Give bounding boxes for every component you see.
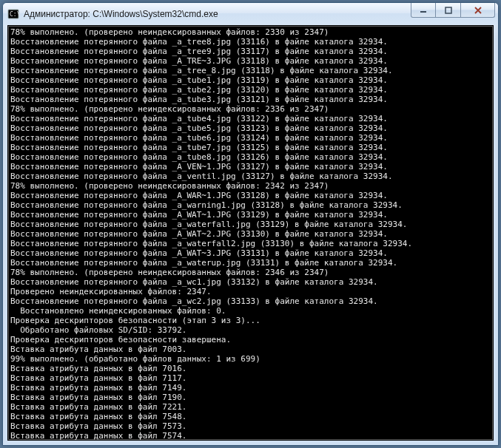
console-line: Восстановление потерянного файла _a_tube… xyxy=(10,133,491,143)
console-line: Восстановление потерянного файла _a_wate… xyxy=(10,239,491,248)
maximize-button[interactable] xyxy=(436,3,461,18)
console-line: Восстановление потерянного файла _a_warn… xyxy=(10,200,491,210)
svg-rect-2 xyxy=(420,11,426,13)
console-line: Вставка атрибута данных в файл 7190. xyxy=(10,393,491,402)
console-line: 78% выполнено. (проверено неиндексирован… xyxy=(10,104,491,114)
console-line: Проверено неиндексированных файлов: 2347… xyxy=(10,287,491,296)
cmd-window: C:\ Администратор: C:\Windows\System32\c… xyxy=(2,2,499,446)
svg-text:C:\: C:\ xyxy=(10,11,19,18)
console-line: Вставка атрибута данных в файл 7573. xyxy=(10,421,491,431)
console-line: Обработано файловых SD/SID: 33792. xyxy=(10,325,491,335)
console-line: Восстановление потерянного файла _a_tube… xyxy=(10,152,491,162)
console-line: Восстановление потерянного файла _a_wate… xyxy=(10,258,491,268)
titlebar[interactable]: C:\ Администратор: C:\Windows\System32\c… xyxy=(3,3,498,25)
console-line: Восстановление потерянного файла _a_tube… xyxy=(10,143,491,152)
svg-rect-3 xyxy=(445,7,451,13)
console-line: 99% выполнено. (обработано файлов данных… xyxy=(10,354,491,364)
console-line: Восстановление потерянного файла _a_tree… xyxy=(10,37,491,47)
console-line: 78% выполнено. (проверено неиндексирован… xyxy=(10,27,491,37)
console-line: Восстановление потерянного файла _a_tube… xyxy=(10,95,491,104)
console-line: Вставка атрибута данных в файл 7221. xyxy=(10,402,491,412)
close-icon xyxy=(474,7,482,14)
console-line: Восстановление потерянного файла _a_wc1.… xyxy=(10,277,491,287)
console-line: Вставка атрибута данных в файл 7548. xyxy=(10,412,491,421)
console-line: Восстановление потерянного файла _a_tree… xyxy=(10,47,491,56)
console-line: Восстановление потерянного файла _a_wc2.… xyxy=(10,296,491,306)
minimize-icon xyxy=(420,7,427,14)
console-output[interactable]: 78% выполнено. (проверено неиндексирован… xyxy=(7,25,494,441)
console-line: Вставка атрибута данных в файл 7574. xyxy=(10,431,491,441)
console-line: Восстановление потерянного файла _A_VEN~… xyxy=(10,162,491,172)
console-line: Восстановление потерянного файла _A_TRE~… xyxy=(10,56,491,66)
close-button[interactable] xyxy=(461,3,495,18)
console-line: Проверка дескрипторов безопасности (этап… xyxy=(10,316,491,325)
console-line: Восстановление потерянного файла _a_tube… xyxy=(10,114,491,123)
console-line: Восстановление потерянного файла _a_tube… xyxy=(10,123,491,133)
console-line: Восстановлено неиндексированных файлов: … xyxy=(10,306,491,316)
console-line: Восстановление потерянного файла _A_WAR~… xyxy=(10,191,491,200)
maximize-icon xyxy=(445,7,452,14)
console-line: Восстановление потерянного файла _a_tree… xyxy=(10,66,491,75)
console-line: Восстановление потерянного файла _a_vent… xyxy=(10,172,491,181)
cmd-icon: C:\ xyxy=(7,8,19,20)
console-line: 78% выполнено. (проверено неиндексирован… xyxy=(10,268,491,277)
console-line: Вставка атрибута данных в файл 7003. xyxy=(10,345,491,354)
console-line: Вставка атрибута данных в файл 7149. xyxy=(10,383,491,393)
console-line: Восстановление потерянного файла _a_tube… xyxy=(10,85,491,95)
console-line: Восстановление потерянного файла _A_WAT~… xyxy=(10,229,491,239)
console-line: Восстановление потерянного файла _A_WAT~… xyxy=(10,210,491,220)
console-line: Восстановление потерянного файла _a_tube… xyxy=(10,75,491,85)
console-line: Вставка атрибута данных в файл 7016. xyxy=(10,364,491,373)
console-line: Вставка атрибута данных в файл 7117. xyxy=(10,373,491,383)
console-line: 78% выполнено. (проверено неиндексирован… xyxy=(10,181,491,191)
window-controls xyxy=(411,3,495,18)
console-line: Восстановление потерянного файла _a_wate… xyxy=(10,220,491,229)
console-line: Проверка дескрипторов безопасности завер… xyxy=(10,335,491,345)
minimize-button[interactable] xyxy=(411,3,436,18)
console-line: Восстановление потерянного файла _A_WAT~… xyxy=(10,248,491,258)
